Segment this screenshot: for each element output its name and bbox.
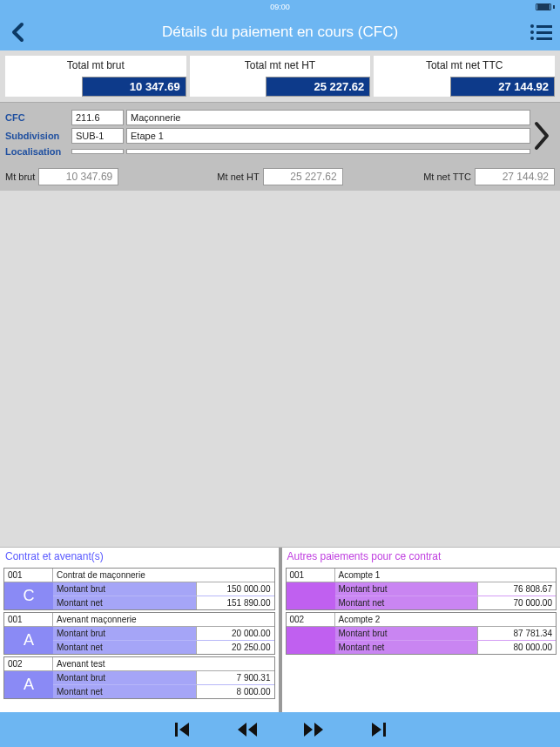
table-row: Montant net151 890.00 bbox=[53, 596, 274, 609]
row-label: Montant brut bbox=[53, 671, 196, 684]
status-time: 09:00 bbox=[270, 3, 290, 11]
contracts-title: Contrat et avenant(s) bbox=[0, 548, 279, 566]
table-row: Montant net70 000.00 bbox=[335, 596, 557, 609]
amount-brut-value: 10 347.69 bbox=[38, 168, 118, 185]
table-row: Montant brut76 808.67 bbox=[335, 582, 557, 596]
svg-rect-1 bbox=[383, 723, 386, 737]
subdivision-label: Subdivision bbox=[5, 131, 71, 141]
total-netht-label: Total mt net HT bbox=[190, 56, 371, 77]
table-row: Montant brut7 900.31 bbox=[53, 671, 274, 684]
item-tag: A bbox=[4, 671, 53, 698]
rewind-icon bbox=[236, 720, 259, 739]
item-title: Acompte 1 bbox=[335, 569, 557, 582]
header-bar: Détails du paiement en cours (CFC) bbox=[0, 14, 560, 50]
item-number: 001 bbox=[287, 569, 335, 582]
row-label: Montant brut bbox=[53, 627, 196, 640]
row-label: Montant net bbox=[335, 596, 478, 609]
list-item[interactable]: 002Acompte 2 Montant brut87 781.34Montan… bbox=[286, 612, 557, 655]
next-nav-button[interactable] bbox=[302, 720, 325, 739]
amount-netht-label: Mt net HT bbox=[217, 172, 259, 182]
item-number: 001 bbox=[4, 569, 53, 582]
payments-table: Autres paiements pour ce contrat 001Acom… bbox=[282, 548, 561, 712]
battery-icon bbox=[536, 3, 555, 10]
skip-last-icon bbox=[368, 720, 388, 739]
total-brut: Total mt brut 10 347.69 bbox=[5, 56, 186, 97]
row-value: 7 900.31 bbox=[196, 671, 274, 684]
item-tag: A bbox=[4, 627, 53, 654]
row-label: Montant net bbox=[53, 685, 196, 698]
table-row: Montant brut150 000.00 bbox=[53, 582, 274, 596]
item-tag bbox=[287, 627, 335, 654]
row-value: 150 000.00 bbox=[196, 582, 274, 596]
chevron-left-icon bbox=[10, 22, 25, 43]
row-value: 80 000.00 bbox=[477, 641, 556, 654]
item-title: Avenant test bbox=[53, 657, 274, 671]
table-row: Montant brut20 000.00 bbox=[53, 627, 274, 640]
row-value: 70 000.00 bbox=[477, 596, 556, 609]
item-title: Acompte 2 bbox=[335, 613, 557, 627]
subdivision-name-field[interactable]: Etape 1 bbox=[126, 128, 530, 144]
row-value: 8 000.00 bbox=[196, 685, 274, 698]
item-tag bbox=[287, 582, 335, 609]
first-button[interactable] bbox=[173, 720, 192, 739]
amount-netttc-label: Mt net TTC bbox=[423, 172, 471, 182]
item-tag: C bbox=[4, 582, 53, 609]
subdivision-code-field[interactable]: SUB-1 bbox=[71, 128, 124, 144]
row-label: Montant net bbox=[335, 641, 478, 654]
total-netht-value: 25 227.62 bbox=[266, 77, 370, 97]
amount-netht-value: 25 227.62 bbox=[263, 168, 343, 185]
amounts-row: Mt brut 10 347.69 Mt net HT 25 227.62 Mt… bbox=[0, 165, 560, 191]
total-netttc-label: Total mt net TTC bbox=[374, 56, 555, 77]
payments-title: Autres paiements pour ce contrat bbox=[282, 548, 561, 566]
status-bar: 09:00 bbox=[0, 0, 560, 14]
item-number: 002 bbox=[4, 657, 53, 671]
row-value: 20 250.00 bbox=[196, 641, 274, 654]
contracts-table: Contrat et avenant(s) 001Contrat de maço… bbox=[0, 548, 282, 712]
list-item[interactable]: 001Avenant maçonnerieAMontant brut20 000… bbox=[3, 612, 275, 655]
prev-button[interactable] bbox=[236, 720, 259, 739]
cfc-details: CFC 211.6 Maçonnerie Subdivision SUB-1 E… bbox=[0, 102, 560, 165]
list-item[interactable]: 002Avenant testAMontant brut7 900.31Mont… bbox=[3, 656, 275, 699]
table-row: Montant net80 000.00 bbox=[335, 640, 557, 654]
localisation-label: Localisation bbox=[5, 146, 71, 157]
total-brut-value: 10 347.69 bbox=[82, 77, 186, 97]
row-value: 76 808.67 bbox=[477, 582, 556, 596]
row-label: Montant net bbox=[53, 641, 196, 654]
item-number: 002 bbox=[287, 613, 335, 627]
back-button[interactable] bbox=[7, 22, 28, 43]
nav-footer bbox=[0, 712, 560, 747]
cfc-name-field[interactable]: Maçonnerie bbox=[126, 110, 530, 125]
bottom-tables: Contrat et avenant(s) 001Contrat de maço… bbox=[0, 547, 560, 712]
localisation-name-field[interactable] bbox=[126, 149, 530, 154]
row-label: Montant brut bbox=[335, 627, 478, 640]
row-value: 151 890.00 bbox=[196, 596, 274, 609]
cfc-code-field[interactable]: 211.6 bbox=[71, 110, 124, 125]
localisation-code-field[interactable] bbox=[71, 149, 124, 154]
list-item[interactable]: 001Acompte 1 Montant brut76 808.67Montan… bbox=[286, 568, 557, 610]
total-netht: Total mt net HT 25 227.62 bbox=[190, 56, 371, 97]
table-row: Montant net20 250.00 bbox=[53, 640, 274, 654]
amount-brut-label: Mt brut bbox=[5, 172, 35, 182]
table-row: Montant net8 000.00 bbox=[53, 684, 274, 698]
row-label: Montant brut bbox=[53, 582, 196, 596]
page-title: Détails du paiement en cours (CFC) bbox=[162, 24, 398, 41]
forward-icon bbox=[302, 720, 325, 739]
total-netttc: Total mt net TTC 27 144.92 bbox=[374, 56, 555, 97]
totals-panel: Total mt brut 10 347.69 Total mt net HT … bbox=[0, 50, 560, 102]
content-area bbox=[0, 191, 560, 547]
table-row: Montant brut87 781.34 bbox=[335, 627, 557, 640]
cfc-label: CFC bbox=[5, 112, 71, 123]
row-value: 87 781.34 bbox=[477, 627, 556, 640]
item-title: Avenant maçonnerie bbox=[53, 613, 274, 627]
item-title: Contrat de maçonnerie bbox=[53, 569, 274, 582]
item-number: 001 bbox=[4, 613, 53, 627]
row-value: 20 000.00 bbox=[196, 627, 274, 640]
amount-netttc-value: 27 144.92 bbox=[475, 168, 555, 185]
total-netttc-value: 27 144.92 bbox=[450, 77, 555, 97]
list-item[interactable]: 001Contrat de maçonnerieCMontant brut150… bbox=[3, 568, 275, 610]
menu-button[interactable] bbox=[530, 22, 555, 43]
last-button[interactable] bbox=[368, 720, 388, 739]
row-label: Montant brut bbox=[335, 582, 478, 596]
skip-first-icon bbox=[173, 720, 192, 739]
total-brut-label: Total mt brut bbox=[5, 56, 186, 77]
